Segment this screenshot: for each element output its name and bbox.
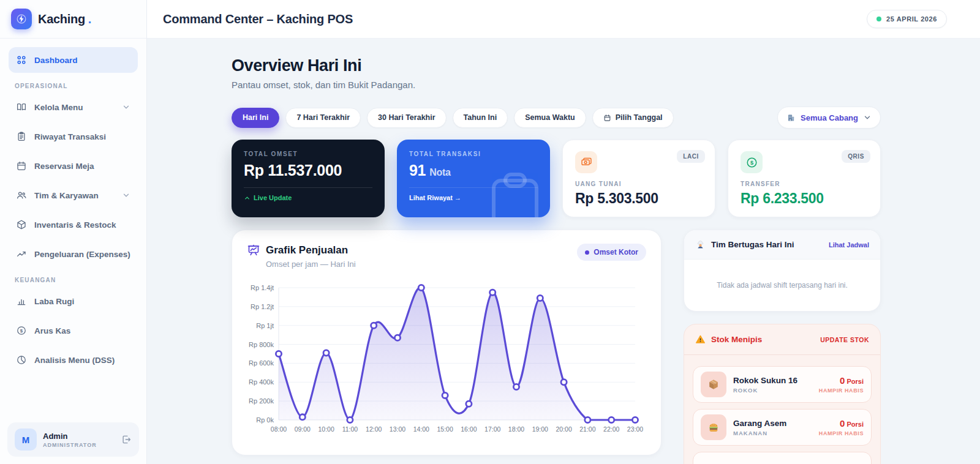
sidebar-item-dashboard[interactable]: Dashboard	[9, 47, 138, 73]
sidebar-item-inventaris-restock[interactable]: Inventaris & Restock	[9, 212, 138, 238]
branch-select-value: Semua Cabang	[801, 113, 858, 122]
svg-text:Rp 1.4jt: Rp 1.4jt	[251, 284, 274, 291]
right-column: Tim Bertugas Hari Ini Lihat Jadwal Tidak…	[684, 230, 881, 464]
sidebar-item-riwayat-transaksi[interactable]: Riwayat Transaksi	[9, 124, 138, 149]
stock-item-status: HAMPIR HABIS	[819, 387, 864, 394]
svg-text:Rp 400k: Rp 400k	[249, 378, 274, 386]
svg-text:23:00: 23:00	[627, 425, 643, 433]
package-icon	[16, 219, 27, 230]
svg-text:$: $	[750, 159, 753, 165]
svg-text:Rp 1jt: Rp 1jt	[256, 322, 274, 329]
burger-icon	[701, 414, 726, 440]
sidebar-item-label: Reservasi Meja	[34, 162, 130, 171]
sidebar-item-reservasi-meja[interactable]: Reservasi Meja	[9, 153, 138, 179]
svg-text:18:00: 18:00	[508, 425, 524, 433]
sidebar-item-pengeluaran[interactable]: Pengeluaran (Expenses)	[9, 241, 138, 267]
chart-title: Grafik Penjualan	[266, 244, 348, 256]
lihat-jadwal-link[interactable]: Lihat Jadwal	[829, 241, 869, 249]
stock-item-qty: 0 Porsi	[819, 418, 864, 428]
branch-select[interactable]: Semua Cabang	[777, 107, 881, 129]
svg-text:Rp 0k: Rp 0k	[256, 416, 274, 424]
svg-text:17:00: 17:00	[484, 425, 500, 433]
sidebar-item-laba-rugi[interactable]: Laba Rugi	[9, 288, 138, 314]
team-card-title: Tim Bertugas Hari Ini	[711, 240, 823, 249]
svg-text:Rp 600k: Rp 600k	[249, 359, 274, 367]
pill-7-hari[interactable]: 7 Hari Terakhir	[285, 108, 361, 128]
calendar-icon	[16, 160, 27, 171]
pill-pilih-tanggal[interactable]: Pilih Tanggal	[592, 108, 674, 128]
banknotes-icon	[575, 151, 597, 173]
user-role: ADMINISTRATOR	[43, 442, 115, 448]
svg-text:11:00: 11:00	[342, 425, 358, 433]
svg-text:13:00: 13:00	[390, 425, 405, 433]
date-range-pills: Hari Ini 7 Hari Terakhir 30 Hari Terakhi…	[232, 108, 674, 128]
page-header-title: Command Center – Kaching POS	[163, 12, 353, 26]
stock-item-qty: 0 Porsi	[819, 375, 864, 386]
dollar-coin-icon: $	[741, 151, 763, 173]
svg-text:21:00: 21:00	[579, 425, 595, 433]
content: Overview Hari Ini Pantau omset, stok, da…	[147, 39, 980, 464]
svg-text:Rp 800k: Rp 800k	[249, 341, 274, 348]
svg-text:Rp 1.2jt: Rp 1.2jt	[251, 303, 274, 310]
svg-text:16:00: 16:00	[461, 425, 477, 433]
stock-item-garang-asem[interactable]: Garang Asem MAKANAN 0 Porsi HAMPIR HABIS	[693, 409, 872, 446]
user-card[interactable]: M Admin ADMINISTRATOR	[7, 422, 139, 457]
pill-30-hari[interactable]: 30 Hari Terakhir	[367, 108, 447, 128]
bar-chart-icon	[16, 296, 27, 307]
svg-text:12:00: 12:00	[366, 425, 382, 433]
update-stok-link[interactable]: UPDATE STOK	[820, 336, 869, 343]
legend-dot	[585, 250, 589, 255]
stock-item-name: Garang Asem	[733, 419, 812, 428]
chart-canvas[interactable]: Rp 1.4jtRp 1.2jtRp 1jtRp 800kRp 600kRp 4…	[247, 276, 646, 439]
sidebar-item-kelola-menu[interactable]: Kelola Menu	[9, 94, 138, 120]
dashboard-grid: Grafik Penjualan Omset per jam — Hari In…	[232, 230, 881, 464]
sidebar-item-label: Tim & Karyawan	[34, 191, 115, 200]
package-icon	[701, 372, 726, 397]
svg-text:09:00: 09:00	[295, 425, 311, 433]
brand-name: Kaching	[38, 12, 85, 26]
logout-icon[interactable]	[121, 434, 132, 445]
clipboard-icon	[16, 131, 27, 142]
app-window: Kaching . Dashboard OPERASIONAL Kelola M…	[0, 0, 980, 464]
sidebar-item-arus-kas[interactable]: $ Arus Kas	[9, 318, 138, 343]
svg-text:10:00: 10:00	[318, 425, 334, 433]
brand: Kaching .	[0, 0, 146, 39]
brand-dot: .	[88, 12, 92, 26]
chevron-down-icon	[122, 103, 130, 111]
chevron-down-icon	[863, 113, 872, 122]
sidebar-item-label: Inventaris & Restock	[34, 220, 130, 230]
sidebar-item-label: Laba Rugi	[34, 297, 130, 306]
live-update-status: Live Update	[244, 194, 372, 201]
sidebar-item-label: Kelola Menu	[34, 103, 115, 112]
svg-text:14:00: 14:00	[413, 425, 429, 433]
stock-item-partial[interactable]	[693, 452, 872, 464]
stock-item-name: Rokok Sukun 16	[733, 376, 812, 385]
sidebar-item-tim-karyawan[interactable]: Tim & Karyawan	[9, 182, 138, 208]
sidebar-item-analisis-menu[interactable]: Analisis Menu (DSS)	[9, 347, 138, 373]
sidebar-item-label: Riwayat Transaksi	[34, 132, 130, 141]
lihat-riwayat-link[interactable]: Lihat Riwayat →	[409, 194, 538, 201]
status-dot	[876, 17, 881, 21]
pill-tahun-ini[interactable]: Tahun Ini	[453, 108, 508, 128]
topbar: Command Center – Kaching POS 25 APRIL 20…	[147, 0, 980, 39]
stock-item-rokok-sukun[interactable]: Rokok Sukun 16 ROKOK 0 Porsi HAMPIR HABI…	[693, 366, 872, 403]
date-badge-label: 25 APRIL 2026	[886, 15, 937, 23]
legend-omset-kotor[interactable]: Omset Kotor	[577, 244, 646, 261]
stock-card-title: Stok Menipis	[711, 335, 815, 344]
svg-text:Rp 200k: Rp 200k	[249, 397, 274, 405]
avatar: M	[15, 428, 37, 451]
stat-label: TOTAL TRANSAKSI	[409, 151, 538, 157]
stock-item-category: MAKANAN	[733, 430, 812, 436]
pill-semua-waktu[interactable]: Semua Waktu	[514, 108, 586, 128]
pill-hari-ini[interactable]: Hari Ini	[232, 108, 279, 128]
user-name: Admin	[43, 432, 115, 441]
page-title: Overview Hari Ini	[232, 56, 881, 75]
chevron-down-icon	[122, 191, 130, 200]
warning-icon	[695, 334, 706, 345]
low-stock-card: Stok Menipis UPDATE STOK Rokok Sukun 16	[684, 324, 881, 464]
stat-unit: Nota	[429, 167, 450, 178]
presentation-chart-icon	[247, 244, 260, 257]
stat-value: Rp 5.303.500	[575, 190, 703, 207]
dollar-circle-icon: $	[16, 325, 27, 336]
sidebar: Kaching . Dashboard OPERASIONAL Kelola M…	[0, 0, 147, 464]
